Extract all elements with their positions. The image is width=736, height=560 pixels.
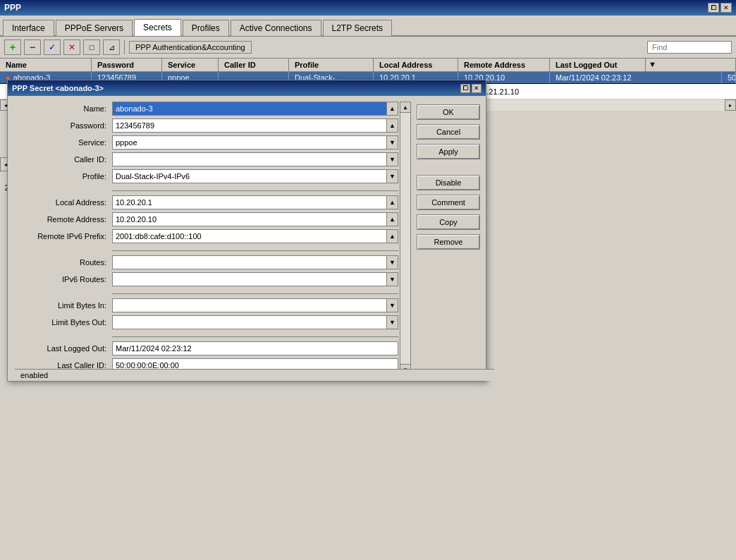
limit-bytes-in-dropdown-btn[interactable]: ▼ — [387, 298, 398, 312]
window-title: PPP — [4, 3, 21, 13]
col-name[interactable]: Name — [0, 59, 92, 71]
copy-button[interactable]: Copy — [417, 214, 480, 230]
service-input[interactable] — [112, 135, 387, 150]
auth-accounting-label: PPP Authentication&Accounting — [129, 41, 252, 54]
separator-4 — [112, 336, 398, 337]
ipv6-routes-row: IPv6 Routes: ▼ — [13, 272, 398, 286]
form-scroll-up[interactable]: ▲ — [400, 102, 411, 113]
tab-pppoe-servers[interactable]: PPPoE Servers — [56, 20, 133, 36]
separator-2 — [112, 250, 398, 251]
limit-bytes-out-input[interactable] — [112, 315, 387, 329]
caller-id-dropdown-btn[interactable]: ▼ — [387, 152, 398, 166]
h-scroll-right[interactable]: ▸ — [725, 99, 736, 111]
profile-row: Profile: ▼ — [13, 169, 398, 183]
tab-profiles[interactable]: Profiles — [183, 20, 229, 36]
remote-address-input[interactable] — [112, 212, 387, 226]
remote-ipv6-label: Remote IPv6 Prefix: — [13, 232, 112, 241]
disable-button[interactable]: Disable — [417, 175, 480, 190]
col-local-address[interactable]: Local Address — [374, 59, 458, 71]
profile-dropdown-btn[interactable]: ▼ — [387, 169, 398, 183]
separator-3 — [112, 293, 398, 294]
local-address-row: Local Address: ▲ — [13, 195, 398, 209]
remote-ipv6-input[interactable] — [112, 229, 387, 243]
ipv6-routes-dropdown-btn[interactable]: ▼ — [387, 272, 398, 286]
action-buttons: OK Cancel Apply Disable Comment Copy Rem… — [417, 102, 480, 375]
col-remote-address[interactable]: Remote Address — [458, 59, 550, 71]
remote-ipv6-field-group: ▲ — [112, 229, 398, 243]
col-last-logged-out[interactable]: Last Logged Out — [550, 59, 646, 71]
remote-address-field-group: ▲ — [112, 212, 398, 226]
ok-button[interactable]: OK — [417, 104, 480, 120]
service-dropdown-btn[interactable]: ▼ — [387, 135, 398, 150]
apply-button[interactable]: Apply — [417, 144, 480, 159]
main-content: Name Password Service Caller ID Profile … — [0, 59, 736, 560]
tab-active-connections[interactable]: Active Connections — [231, 20, 321, 36]
restore-button[interactable]: ⧠ — [708, 3, 719, 13]
password-arrow-up[interactable]: ▲ — [387, 118, 398, 133]
title-bar-controls: ⧠ ✕ — [708, 3, 732, 13]
tab-interface[interactable]: Interface — [3, 20, 54, 36]
form-container: Name: ▲ Password: ▲ Service: — [13, 102, 411, 375]
routes-field-group: ▼ — [112, 255, 398, 269]
dialog-body: Name: ▲ Password: ▲ Service: — [8, 96, 486, 381]
name-arrow-up[interactable]: ▲ — [387, 102, 398, 116]
name-input[interactable] — [112, 102, 387, 116]
form-scroll-track[interactable] — [400, 113, 411, 364]
password-label: Password: — [13, 121, 112, 130]
filter-button[interactable]: ⊿ — [103, 39, 120, 55]
separator-1 — [112, 190, 398, 191]
copy-toolbar-button[interactable]: □ — [83, 39, 100, 55]
cross-button[interactable]: ✕ — [63, 39, 80, 55]
table-header: Name Password Service Caller ID Profile … — [0, 59, 736, 72]
remote-ipv6-arrow-up[interactable]: ▲ — [387, 229, 398, 243]
ppp-secret-dialog: PPP Secret <abonado-3> ⧠ ✕ Name: ▲ — [7, 80, 486, 382]
caller-id-field-group: ▼ — [112, 152, 398, 166]
remove-button[interactable]: Remove — [417, 234, 480, 250]
limit-bytes-in-field-group: ▼ — [112, 298, 398, 312]
limit-bytes-out-row: Limit Bytes Out: ▼ — [13, 315, 398, 329]
dialog-title-controls: ⧠ ✕ — [460, 84, 482, 93]
password-input[interactable] — [112, 118, 387, 133]
local-address-input[interactable] — [112, 195, 387, 209]
add-button[interactable]: + — [4, 39, 21, 55]
col-password[interactable]: Password — [92, 59, 162, 71]
routes-label: Routes: — [13, 258, 112, 267]
limit-bytes-in-row: Limit Bytes In: ▼ — [13, 298, 398, 312]
comment-button[interactable]: Comment — [417, 195, 480, 210]
last-logged-out-input[interactable] — [112, 341, 398, 355]
routes-input[interactable] — [112, 255, 387, 269]
cancel-button[interactable]: Cancel — [417, 124, 480, 140]
col-profile[interactable]: Profile — [289, 59, 374, 71]
password-row: Password: ▲ — [13, 118, 398, 133]
dialog-title-text: PPP Secret <abonado-3> — [12, 84, 104, 92]
btn-spacer — [417, 164, 480, 171]
search-input[interactable] — [647, 41, 732, 54]
check-button[interactable]: ✓ — [44, 39, 61, 55]
tab-l2tp-secrets[interactable]: L2TP Secrets — [323, 20, 392, 36]
col-service[interactable]: Service — [162, 59, 219, 71]
col-caller-id[interactable]: Caller ID — [219, 59, 289, 71]
routes-dropdown-btn[interactable]: ▼ — [387, 255, 398, 269]
password-field-group: ▲ — [112, 118, 398, 133]
limit-bytes-in-input[interactable] — [112, 298, 387, 312]
caller-id-row: Caller ID: ▼ — [13, 152, 398, 166]
ipv6-routes-field-group: ▼ — [112, 272, 398, 286]
col-expand[interactable]: ▼ — [646, 59, 736, 71]
caller-id-input[interactable] — [112, 152, 387, 166]
limit-bytes-out-dropdown-btn[interactable]: ▼ — [387, 315, 398, 329]
caller-id-label: Caller ID: — [13, 155, 112, 164]
profile-input[interactable] — [112, 169, 387, 183]
row-extra: 50: — [722, 72, 736, 83]
dialog-close-btn[interactable]: ✕ — [472, 84, 482, 93]
local-address-field-group: ▲ — [112, 195, 398, 209]
local-address-arrow-up[interactable]: ▲ — [387, 195, 398, 209]
remote-address-label: Remote Address: — [13, 215, 112, 224]
close-button[interactable]: ✕ — [720, 3, 732, 13]
dialog-title-bar: PPP Secret <abonado-3> ⧠ ✕ — [8, 80, 486, 96]
remote-address-arrow-up[interactable]: ▲ — [387, 212, 398, 226]
remove-button[interactable]: − — [24, 39, 41, 55]
dialog-maximize-btn[interactable]: ⧠ — [460, 84, 470, 93]
remote-address-row: Remote Address: ▲ — [13, 212, 398, 226]
tab-secrets[interactable]: Secrets — [134, 19, 181, 36]
ipv6-routes-input[interactable] — [112, 272, 387, 286]
